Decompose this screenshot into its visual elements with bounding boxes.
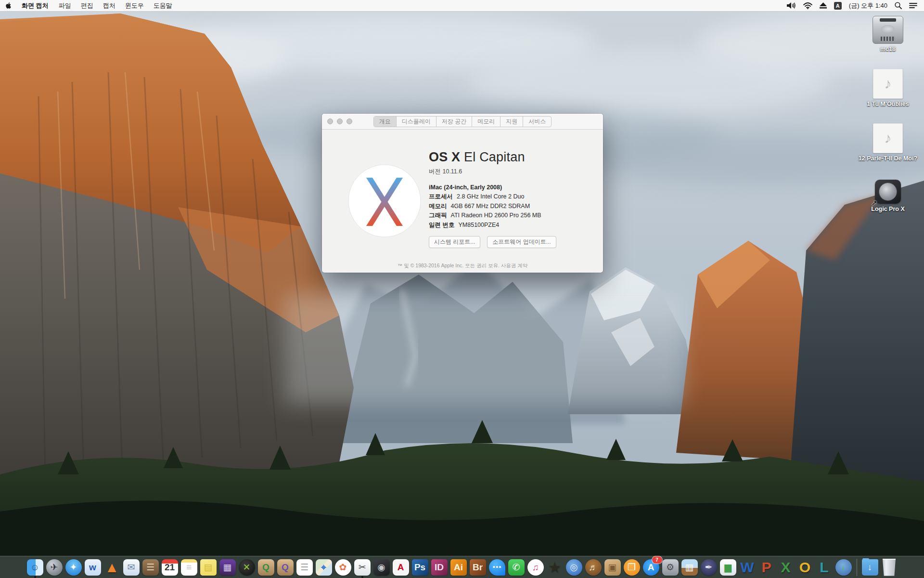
dock-item-app-store[interactable]: A7: [642, 558, 660, 577]
dock-item-logic-pro[interactable]: ◉: [372, 558, 391, 577]
dock-item-vlc[interactable]: ▲: [103, 558, 121, 577]
spec-label: 프로세서: [429, 193, 453, 200]
dock-item-acrobat-reader[interactable]: A: [392, 558, 410, 577]
copyright-text: ™ 및 © 1983-2016 Apple Inc. 모든 권리 보유. 사용권…: [322, 263, 603, 269]
facetime-icon: ✆: [508, 559, 525, 576]
dock-item-maps[interactable]: ⌖: [315, 558, 333, 577]
dock-item-messages[interactable]: ⋯: [488, 558, 506, 577]
dock-item-expander-box-purple-q[interactable]: Q: [276, 558, 295, 577]
trash-icon: [881, 559, 898, 576]
window-title-bar[interactable]: 개요디스플레이저장 공간메모리지원서비스: [322, 114, 603, 130]
close-button[interactable]: [327, 118, 333, 124]
reminders-icon: ☰: [296, 559, 313, 576]
app-store-badge: 7: [652, 556, 662, 564]
dock-item-garageband[interactable]: ♬: [584, 558, 603, 577]
desktop-icon-alias-logic-pro-x[interactable]: ↗Logic Pro X: [854, 180, 922, 213]
tab-3[interactable]: 메모리: [472, 117, 500, 127]
dock-item-reminders[interactable]: ☰: [295, 558, 314, 577]
maps-icon: ⌖: [316, 559, 332, 576]
dock-item-calendar[interactable]: 21: [161, 558, 179, 577]
menu-bar-status-area: A (금) 오후 1:40: [787, 1, 924, 10]
dock-item-ms-word[interactable]: W: [738, 558, 757, 577]
dock-item-photo-scissors-app[interactable]: ✂: [353, 558, 372, 577]
dock-item-imovie-hd[interactable]: ★: [546, 558, 564, 577]
notes-icon: ≡: [181, 559, 197, 576]
dock-item-ibooks[interactable]: ❐: [623, 558, 641, 577]
dock-item-pages-09[interactable]: ✒: [700, 558, 718, 577]
dock-item-ms-powerpoint[interactable]: P: [757, 558, 776, 577]
dock-item-numbers-09[interactable]: ▆: [719, 558, 737, 577]
menu-item-5[interactable]: 도움말: [149, 0, 177, 11]
spec-row: 프로세서2.8 GHz Intel Core 2 Duo: [429, 192, 592, 202]
dock-item-downloads-folder[interactable]: ↓: [861, 558, 879, 577]
dock-item-notes[interactable]: ≡: [180, 558, 198, 577]
dock-item-photos[interactable]: ✿: [334, 558, 352, 577]
dock-item-illustrator[interactable]: Ai: [449, 558, 468, 577]
illustrator-icon: Ai: [450, 559, 467, 576]
spec-list: 프로세서2.8 GHz Intel Core 2 Duo메모리4GB 667 M…: [429, 192, 592, 230]
dock-item-facetime[interactable]: ✆: [507, 558, 526, 577]
quark-x-app-icon: ✕: [239, 559, 255, 576]
menu-bar-clock[interactable]: (금) 오후 1:40: [849, 1, 887, 10]
apple-menu[interactable]: [0, 2, 16, 9]
spotlight-icon[interactable]: [895, 2, 902, 9]
dock-item-globe-downloader[interactable]: ↓: [834, 558, 853, 577]
dock-item-trash[interactable]: [880, 558, 898, 577]
ms-lync-icon: L: [816, 559, 833, 576]
dock-item-system-preferences[interactable]: ⚙: [661, 558, 680, 577]
dock-item-w-globe-app[interactable]: w: [84, 558, 102, 577]
notification-center-icon[interactable]: [909, 2, 917, 9]
dock-item-itunes[interactable]: ♫: [526, 558, 545, 577]
messages-icon: ⋯: [489, 559, 505, 576]
tab-4[interactable]: 지원: [500, 117, 523, 127]
dock-item-quark-x-app[interactable]: ✕: [238, 558, 256, 577]
system-report-button[interactable]: 시스템 리포트...: [429, 236, 480, 248]
spec-label: 일련 번호: [429, 222, 454, 228]
menu-item-3[interactable]: 캡처: [98, 0, 120, 11]
desktop-icon-disk-mc18[interactable]: mc18: [854, 16, 922, 53]
dock-item-photos-corkboard-app[interactable]: ▣: [603, 558, 622, 577]
menu-item-4[interactable]: 윈도우: [120, 0, 149, 11]
tab-0[interactable]: 개요: [374, 117, 396, 127]
dock-item-ms-lync[interactable]: L: [815, 558, 834, 577]
os-title: OS X El Capitan: [429, 150, 592, 165]
minimize-button[interactable]: [337, 118, 343, 124]
wifi-icon[interactable]: [803, 2, 812, 9]
dock-item-ms-excel[interactable]: X: [777, 558, 795, 577]
menu-item-2[interactable]: 편집: [76, 0, 98, 11]
desktop-icon-audio-1-tu-m-oublies[interactable]: ♪1 Tu M'Oublies: [854, 69, 922, 108]
dock-item-mail[interactable]: ✉: [122, 558, 141, 577]
dock-item-contacts[interactable]: ☰: [141, 558, 160, 577]
dock-item-indesign[interactable]: ID: [430, 558, 449, 577]
menu-item-app-name[interactable]: 화면 캡처: [16, 0, 54, 11]
tab-5[interactable]: 서비스: [523, 117, 551, 127]
eject-icon[interactable]: [820, 2, 827, 9]
software-update-button[interactable]: 소프트웨어 업데이트...: [487, 236, 556, 248]
tab-1[interactable]: 디스플레이: [396, 117, 436, 127]
dock-item-bridge[interactable]: Br: [469, 558, 487, 577]
globe-downloader-icon: ↓: [835, 559, 852, 576]
dock-item-photoshop[interactable]: Ps: [411, 558, 429, 577]
zoom-button[interactable]: [346, 118, 352, 124]
desktop-icon-label: mc18: [854, 46, 922, 53]
desktop: 화면 캡처파일편집캡처윈도우도움말 A (금) 오후 1:40: [0, 0, 924, 578]
desktop-icon-audio-12-parle-t-il-de-moi[interactable]: ♪12 Parle-T-Il De Moi?: [854, 123, 922, 162]
dock-item-ms-outlook[interactable]: O: [796, 558, 814, 577]
input-source-indicator[interactable]: A: [834, 2, 842, 10]
volume-icon[interactable]: [787, 2, 796, 9]
dock-item-toast-titanium[interactable]: ▦: [218, 558, 237, 577]
vlc-icon: ▲: [104, 559, 120, 576]
dock-item-safari[interactable]: ✦: [64, 558, 83, 577]
dock-item-keynote[interactable]: ▥: [680, 558, 699, 577]
traffic-lights: [327, 114, 352, 129]
dock-item-idvd[interactable]: ◎: [565, 558, 583, 577]
spec-value: 2.8 GHz Intel Core 2 Duo: [457, 193, 524, 200]
dock-item-finder[interactable]: ☺: [26, 558, 44, 577]
dock-item-launchpad[interactable]: ✈: [45, 558, 64, 577]
menu-item-1[interactable]: 파일: [54, 0, 76, 11]
launchpad-icon: ✈: [46, 559, 63, 576]
desktop-icon-label: 12 Parle-T-Il De Moi?: [854, 155, 922, 162]
tab-2[interactable]: 저장 공간: [436, 117, 472, 127]
dock-item-expander-box-green-q[interactable]: Q: [257, 558, 275, 577]
dock-item-stickies[interactable]: ▤: [199, 558, 218, 577]
